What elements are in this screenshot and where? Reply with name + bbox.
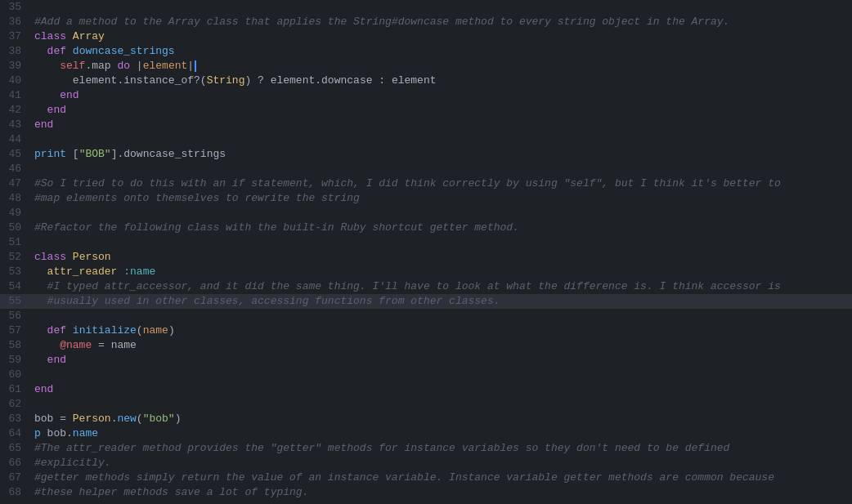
line-num-64: 64: [0, 426, 31, 441]
line-content-63: bob = Person.new("bob"): [31, 412, 852, 426]
line-content-40: element.instance_of?(String) ? element.d…: [31, 74, 852, 88]
line-content-43: end: [31, 118, 852, 132]
code-line-50: 50 #Refactor the following class with th…: [0, 221, 852, 235]
line-num-44: 44: [0, 132, 31, 147]
line-content-38: def downcase_strings: [31, 44, 852, 59]
line-content-47: #So I tried to do this with an if statem…: [31, 176, 852, 191]
code-line-44: 44: [0, 132, 852, 147]
line-num-48: 48: [0, 191, 31, 206]
line-num-40: 40: [0, 74, 31, 88]
line-num-38: 38: [0, 44, 31, 59]
line-num-39: 39: [0, 59, 31, 74]
line-content-58: @name = name: [31, 338, 852, 353]
line-num-36: 36: [0, 15, 31, 29]
code-line-61: 61 end: [0, 382, 852, 397]
code-line-51: 51: [0, 235, 852, 250]
code-line-42: 42 end: [0, 103, 852, 118]
code-line-40: 40 element.instance_of?(String) ? elemen…: [0, 74, 852, 88]
line-num-51: 51: [0, 235, 31, 250]
code-line-64: 64 p bob.name: [0, 426, 852, 441]
line-content-64: p bob.name: [31, 426, 852, 441]
code-line-59: 59 end: [0, 353, 852, 368]
line-num-37: 37: [0, 29, 31, 44]
line-content-50: #Refactor the following class with the b…: [31, 221, 852, 235]
code-line-52: 52 class Person: [0, 250, 852, 265]
line-num-41: 41: [0, 88, 31, 103]
line-content-54: #I typed attr_accessor, and it did the s…: [31, 279, 852, 294]
code-editor[interactable]: 35 36 #Add a method to the Array class t…: [0, 0, 852, 504]
line-num-42: 42: [0, 103, 31, 118]
code-line-38: 38 def downcase_strings: [0, 44, 852, 59]
code-line-57: 57 def initialize(name): [0, 323, 852, 338]
line-num-47: 47: [0, 176, 31, 191]
line-num-45: 45: [0, 147, 31, 162]
line-num-62: 62: [0, 397, 31, 412]
line-content-61: end: [31, 382, 852, 397]
code-line-35: 35: [0, 0, 852, 15]
line-num-50: 50: [0, 221, 31, 235]
code-line-67: 67 #getter methods simply return the val…: [0, 471, 852, 485]
code-line-55: 55 #usually used in other classes, acces…: [0, 294, 852, 309]
code-line-37: 37 class Array: [0, 29, 852, 44]
line-num-61: 61: [0, 382, 31, 397]
line-num-54: 54: [0, 279, 31, 294]
code-line-68: 68 #these helper methods save a lot of t…: [0, 485, 852, 500]
code-line-39: 39 self.map do |element|: [0, 59, 852, 74]
code-line-62: 62: [0, 397, 852, 412]
code-line-43: 43 end: [0, 118, 852, 132]
line-num-67: 67: [0, 471, 31, 485]
line-num-60: 60: [0, 368, 31, 382]
code-line-60: 60: [0, 368, 852, 382]
line-content-65: #The attr_reader method provides the "ge…: [31, 441, 852, 456]
line-content-53: attr_reader :name: [31, 265, 852, 279]
line-num-35: 35: [0, 0, 31, 15]
code-line-36: 36 #Add a method to the Array class that…: [0, 15, 852, 29]
line-content-41: end: [31, 88, 852, 103]
line-num-66: 66: [0, 456, 31, 471]
line-content-68: #these helper methods save a lot of typi…: [31, 485, 852, 500]
code-line-45: 45 print ["BOB"].downcase_strings: [0, 147, 852, 162]
code-line-58: 58 @name = name: [0, 338, 852, 353]
line-content-45: print ["BOB"].downcase_strings: [31, 147, 852, 162]
line-num-52: 52: [0, 250, 31, 265]
line-content-48: #map elements onto themselves to rewrite…: [31, 191, 852, 206]
code-line-63: 63 bob = Person.new("bob"): [0, 412, 852, 426]
line-content-66: #explicitly.: [31, 456, 852, 471]
line-num-63: 63: [0, 412, 31, 426]
line-num-57: 57: [0, 323, 31, 338]
code-line-54: 54 #I typed attr_accessor, and it did th…: [0, 279, 852, 294]
code-line-48: 48 #map elements onto themselves to rewr…: [0, 191, 852, 206]
code-line-56: 56: [0, 309, 852, 323]
line-content-42: end: [31, 103, 852, 118]
line-content-52: class Person: [31, 250, 852, 265]
line-num-58: 58: [0, 338, 31, 353]
line-num-55: 55: [0, 294, 31, 309]
line-content-39: self.map do |element|: [31, 59, 852, 74]
line-content-36: #Add a method to the Array class that ap…: [31, 15, 852, 29]
line-num-53: 53: [0, 265, 31, 279]
line-content-67: #getter methods simply return the value …: [31, 471, 852, 485]
code-line-65: 65 #The attr_reader method provides the …: [0, 441, 852, 456]
line-num-59: 59: [0, 353, 31, 368]
code-line-46: 46: [0, 162, 852, 176]
line-num-65: 65: [0, 441, 31, 456]
line-num-49: 49: [0, 206, 31, 221]
code-line-49: 49: [0, 206, 852, 221]
line-num-46: 46: [0, 162, 31, 176]
line-num-43: 43: [0, 118, 31, 132]
line-content-57: def initialize(name): [31, 323, 852, 338]
line-content-59: end: [31, 353, 852, 368]
line-num-56: 56: [0, 309, 31, 323]
code-line-53: 53 attr_reader :name: [0, 265, 852, 279]
line-num-68: 68: [0, 485, 31, 500]
line-content-37: class Array: [31, 29, 852, 44]
code-line-41: 41 end: [0, 88, 852, 103]
code-line-66: 66 #explicitly.: [0, 456, 852, 471]
line-content-55: #usually used in other classes, accessin…: [31, 294, 852, 309]
code-line-47: 47 #So I tried to do this with an if sta…: [0, 176, 852, 191]
